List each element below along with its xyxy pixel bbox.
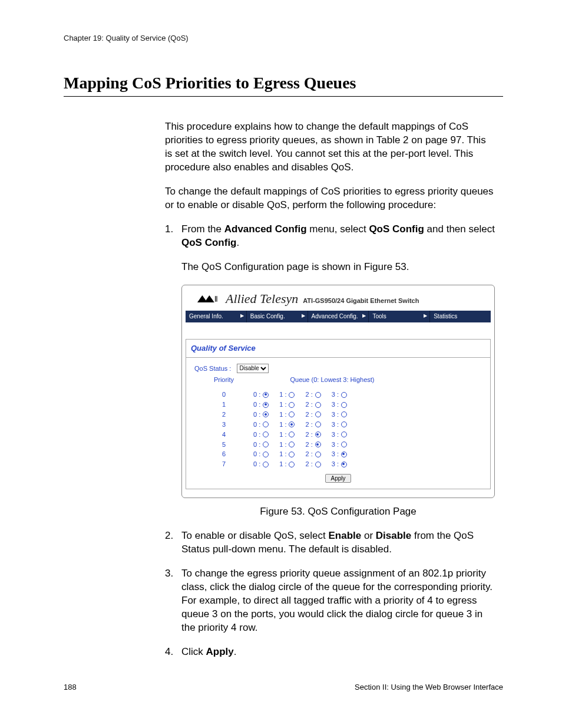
qos-status-row: QoS Status : Disable — [194, 364, 482, 373]
queue-cell: 0 : — [253, 460, 269, 469]
text: Click — [181, 646, 206, 657]
queue-cell: 0 : — [253, 410, 269, 419]
page-number: 188 — [64, 682, 77, 693]
queue-radio[interactable] — [289, 442, 295, 447]
queue-radio[interactable] — [315, 431, 321, 437]
figure-caption: Figure 53. QoS Configuration Page — [181, 505, 495, 519]
queue-cell: 1 : — [279, 410, 295, 419]
queue-label: 1 : — [279, 460, 286, 469]
queue-radio[interactable] — [289, 402, 295, 408]
queue-cells: 0 :1 :2 :3 : — [253, 420, 347, 429]
priority-value: 4 — [194, 430, 253, 439]
mapping-row: 40 :1 :2 :3 : — [194, 430, 482, 440]
nav-basic-config[interactable]: Basic Config.▶ — [247, 311, 308, 322]
queue-label: 3 : — [332, 440, 339, 449]
option-name: Disable — [376, 530, 411, 541]
qos-status-select[interactable]: Disable — [237, 364, 269, 373]
queue-radio[interactable] — [263, 431, 269, 437]
queue-label: 2 : — [305, 410, 312, 419]
queue-cells: 0 :1 :2 :3 : — [253, 410, 347, 419]
queue-radio[interactable] — [315, 442, 321, 447]
queue-radio[interactable] — [289, 431, 295, 437]
queue-radio[interactable] — [315, 411, 321, 417]
queue-radio[interactable] — [263, 392, 269, 398]
queue-radio[interactable] — [289, 392, 295, 398]
mapping-row: 20 :1 :2 :3 : — [194, 410, 482, 420]
queue-label: 2 : — [305, 460, 312, 469]
step-1: 1. From the Advanced Config menu, select… — [165, 223, 495, 519]
queue-radio[interactable] — [263, 402, 269, 408]
queue-radio[interactable] — [341, 452, 347, 457]
intro-paragraph: This procedure explains how to change th… — [165, 120, 495, 174]
queue-label: 0 : — [253, 450, 260, 459]
queue-cell: 1 : — [279, 420, 295, 429]
priority-value: 5 — [194, 440, 253, 449]
nav-label: Advanced Config. — [312, 313, 358, 319]
queue-radio[interactable] — [341, 402, 347, 408]
queue-label: 2 : — [305, 420, 312, 429]
queue-cell: 3 : — [332, 460, 347, 469]
apply-row: Apply — [194, 474, 482, 483]
queue-radio[interactable] — [341, 462, 347, 467]
queue-cell: 2 : — [305, 440, 320, 449]
column-headers: Priority Queue (0: Lowest 3: Highest) — [194, 375, 482, 384]
qos-status-label: QoS Status : — [194, 364, 231, 371]
queue-radio[interactable] — [315, 402, 321, 408]
queue-label: 1 : — [279, 390, 286, 399]
chevron-right-icon: ▶ — [302, 313, 305, 319]
queue-radio[interactable] — [341, 392, 347, 398]
mapping-row: 10 :1 :2 :3 : — [194, 400, 482, 410]
queue-cell: 3 : — [332, 400, 347, 409]
queue-radio[interactable] — [263, 452, 269, 457]
queue-radio[interactable] — [263, 421, 269, 427]
text: or — [361, 530, 376, 541]
queue-radio[interactable] — [263, 462, 269, 467]
section-label: Section II: Using the Web Browser Interf… — [355, 682, 503, 693]
nav-general-info[interactable]: General Info.▶ — [186, 311, 247, 322]
queue-cells: 0 :1 :2 :3 : — [253, 390, 347, 399]
queue-label: 2 : — [305, 430, 312, 439]
queue-label: 1 : — [279, 450, 286, 459]
nav-advanced-config[interactable]: Advanced Config.▶ — [308, 311, 369, 322]
step-number: 1. — [165, 223, 173, 236]
queue-label: 3 : — [332, 450, 339, 459]
priority-value: 0 — [194, 390, 253, 399]
chevron-right-icon: ▶ — [424, 313, 427, 319]
queue-cell: 3 : — [332, 450, 347, 459]
queue-radio[interactable] — [263, 411, 269, 417]
nav-tools[interactable]: Tools▶ — [369, 311, 430, 322]
queue-radio[interactable] — [341, 442, 347, 447]
queue-cell: 0 : — [253, 450, 269, 459]
svg-rect-3 — [216, 296, 217, 302]
mapping-row: 70 :1 :2 :3 : — [194, 459, 482, 469]
menu-name: Advanced Config — [224, 223, 307, 235]
queue-cell: 2 : — [305, 400, 320, 409]
priority-header: Priority — [194, 375, 253, 384]
queue-radio[interactable] — [315, 421, 321, 427]
queue-radio[interactable] — [341, 421, 347, 427]
queue-radio[interactable] — [263, 442, 269, 447]
queue-radio[interactable] — [289, 452, 295, 457]
queue-radio[interactable] — [289, 462, 295, 467]
apply-button[interactable]: Apply — [325, 474, 351, 483]
queue-cell: 1 : — [279, 440, 295, 449]
nav-label: Tools — [372, 313, 386, 319]
nav-statistics[interactable]: Statistics — [430, 311, 491, 322]
queue-radio[interactable] — [315, 452, 321, 457]
queue-radio[interactable] — [315, 392, 321, 398]
queue-cell: 1 : — [279, 450, 295, 459]
queue-radio[interactable] — [315, 462, 321, 467]
nav-bar: General Info.▶ Basic Config.▶ Advanced C… — [186, 311, 491, 322]
brand-name: Allied Telesyn — [226, 290, 298, 308]
queue-cells: 0 :1 :2 :3 : — [253, 440, 347, 449]
queue-cell: 2 : — [305, 410, 320, 419]
queue-radio[interactable] — [341, 431, 347, 437]
section-title: Mapping CoS Priorities to Egress Queues — [64, 72, 503, 97]
queue-radio[interactable] — [289, 421, 295, 427]
queue-label: 2 : — [305, 390, 312, 399]
brand-subtitle: ATI-GS950/24 Gigabit Ethernet Switch — [303, 297, 419, 305]
queue-radio[interactable] — [289, 411, 295, 417]
queue-label: 3 : — [332, 400, 339, 409]
queue-radio[interactable] — [341, 411, 347, 417]
queue-cell: 2 : — [305, 460, 320, 469]
